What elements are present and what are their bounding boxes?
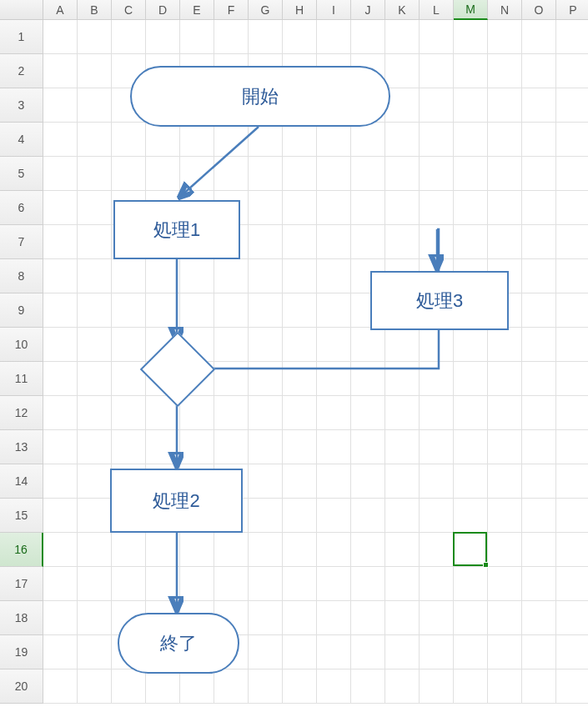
flowchart-process2[interactable]: 処理2 xyxy=(110,469,243,533)
flowchart-process3[interactable]: 処理3 xyxy=(370,271,509,330)
flowchart-start[interactable]: 開始 xyxy=(130,66,390,127)
flowchart-process2-label: 処理2 xyxy=(153,489,199,514)
flowchart-end-label: 終了 xyxy=(160,631,197,656)
flowchart-process3-label: 処理3 xyxy=(416,288,463,313)
flowchart-start-label: 開始 xyxy=(242,84,279,109)
flowchart-process1[interactable]: 処理1 xyxy=(113,200,240,259)
svg-line-0 xyxy=(181,127,259,196)
flowchart-process1-label: 処理1 xyxy=(153,218,200,243)
flowchart-end[interactable]: 終了 xyxy=(118,613,239,674)
